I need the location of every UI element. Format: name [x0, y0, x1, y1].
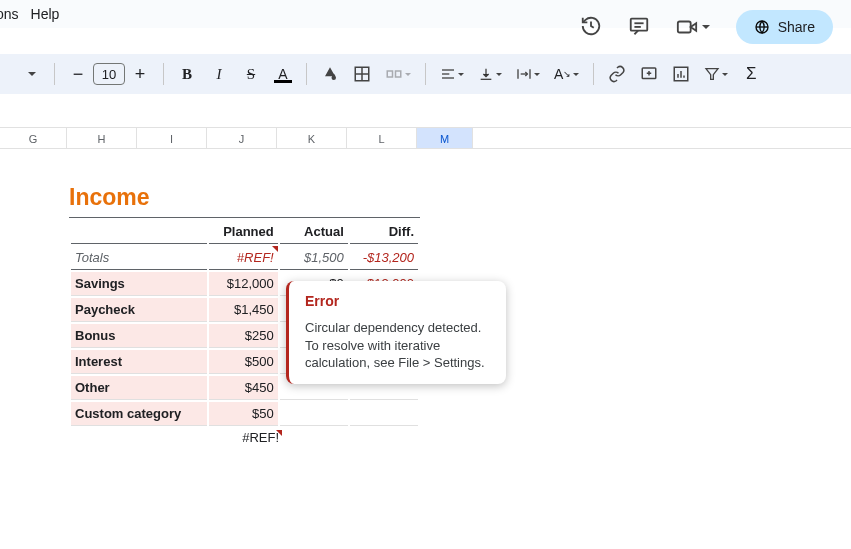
column-headers: GHIJKLM [0, 127, 851, 149]
filter-button[interactable] [704, 62, 728, 86]
globe-icon [754, 19, 770, 35]
menu-item[interactable]: ons [0, 6, 19, 22]
sheet-body: Income Planned Actual Diff. Totals #REF!… [0, 149, 851, 549]
table-row: Custom category$50 [71, 402, 418, 426]
th-actual: Actual [280, 220, 348, 244]
borders-button[interactable] [353, 62, 371, 86]
cell-label[interactable]: Bonus [71, 324, 207, 348]
svg-rect-10 [396, 71, 401, 77]
share-label: Share [778, 19, 815, 35]
error-popover: Error Circular dependency detected. To r… [286, 281, 506, 384]
strikethrough-button[interactable]: S [242, 62, 260, 86]
rotate-text-button[interactable]: A↘ [554, 62, 579, 86]
cell-actual[interactable] [280, 402, 348, 426]
decrease-font[interactable]: − [69, 62, 87, 86]
comment-icon[interactable] [628, 15, 650, 40]
meet-button[interactable] [676, 16, 710, 38]
svg-rect-3 [677, 22, 690, 33]
insert-chart-button[interactable] [672, 62, 690, 86]
more-menu[interactable] [22, 62, 40, 86]
share-button[interactable]: Share [736, 10, 833, 44]
col-header-H[interactable]: H [67, 128, 137, 148]
col-header-I[interactable]: I [137, 128, 207, 148]
totals-planned[interactable]: #REF! [209, 246, 278, 270]
top-right-actions: Share [580, 10, 833, 44]
svg-rect-0 [630, 18, 647, 30]
cell-label[interactable]: Interest [71, 350, 207, 374]
income-title: Income [69, 184, 420, 218]
italic-button[interactable]: I [210, 62, 228, 86]
link-button[interactable] [608, 62, 626, 86]
th-diff: Diff. [350, 220, 418, 244]
v-align-button[interactable] [478, 62, 502, 86]
th-planned: Planned [209, 220, 278, 244]
col-header-M[interactable]: M [417, 128, 473, 148]
history-icon[interactable] [580, 15, 602, 40]
toolbar: − 10 + B I S A A↘ Σ [0, 54, 851, 94]
font-size-control: − 10 + [69, 62, 149, 86]
functions-button[interactable]: Σ [742, 62, 760, 86]
error-title: Error [305, 293, 490, 309]
insert-comment-button[interactable] [640, 62, 658, 86]
svg-marker-25 [706, 69, 718, 80]
h-align-button[interactable] [440, 62, 464, 86]
cell-label[interactable]: Savings [71, 272, 207, 296]
menu-help[interactable]: Help [31, 6, 60, 22]
cell-planned[interactable]: $50 [209, 402, 278, 426]
cell-planned[interactable]: $450 [209, 376, 278, 400]
totals-label: Totals [71, 246, 207, 270]
table-header-row: Planned Actual Diff. [71, 220, 418, 244]
totals-row: Totals #REF! $1,500 -$13,200 [71, 246, 418, 270]
col-header-L[interactable]: L [347, 128, 417, 148]
svg-rect-9 [387, 71, 392, 77]
cell-planned[interactable]: $1,450 [209, 298, 278, 322]
cell-diff[interactable] [350, 402, 418, 426]
wrap-button[interactable] [516, 62, 540, 86]
footer-ref[interactable]: #REF! [69, 428, 281, 445]
col-header-K[interactable]: K [277, 128, 347, 148]
totals-diff[interactable]: -$13,200 [350, 246, 418, 270]
col-header-J[interactable]: J [207, 128, 277, 148]
bold-button[interactable]: B [178, 62, 196, 86]
cell-label[interactable]: Custom category [71, 402, 207, 426]
cell-planned[interactable]: $250 [209, 324, 278, 348]
text-color-button[interactable]: A [274, 62, 292, 86]
cell-planned[interactable]: $500 [209, 350, 278, 374]
col-header-G[interactable]: G [0, 128, 67, 148]
font-size-input[interactable]: 10 [93, 63, 125, 85]
cell-label[interactable]: Other [71, 376, 207, 400]
fill-color-button[interactable] [321, 62, 339, 86]
totals-actual[interactable]: $1,500 [280, 246, 348, 270]
increase-font[interactable]: + [131, 62, 149, 86]
cell-label[interactable]: Paycheck [71, 298, 207, 322]
merge-button[interactable] [385, 62, 411, 86]
cell-planned[interactable]: $12,000 [209, 272, 278, 296]
error-message: Circular dependency detected. To resolve… [305, 319, 490, 372]
